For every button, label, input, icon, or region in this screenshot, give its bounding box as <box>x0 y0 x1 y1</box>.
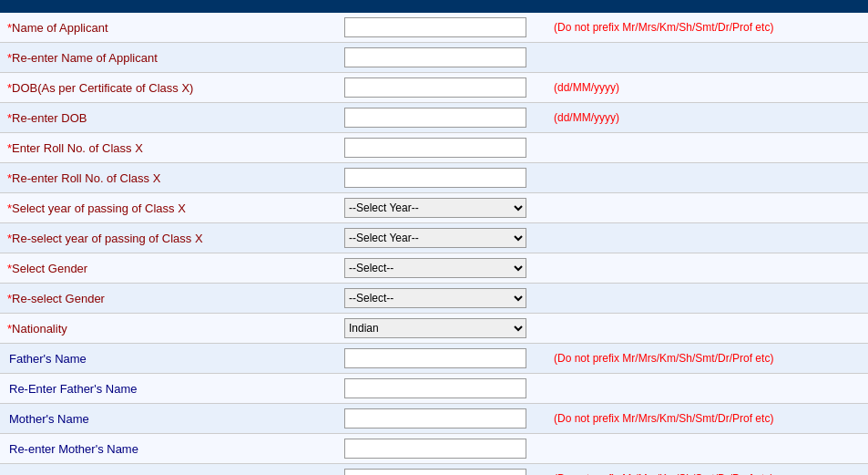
row-fathers-name: Father's Name(Do not prefix Mr/Mrs/Km/Sh… <box>0 344 868 374</box>
row-mothers-name: Mother's Name(Do not prefix Mr/Mrs/Km/Sh… <box>0 404 868 434</box>
input-cell-select-gender: --Select--MaleFemaleTransgender <box>337 253 546 284</box>
label-fathers-name: Father's Name <box>0 344 337 374</box>
input-cell-dob <box>337 73 546 103</box>
input-fathers-name[interactable] <box>344 348 526 368</box>
input-cell-re-enter-roll-no-class-x <box>337 163 546 193</box>
label-spouse-name: Spouse Name <box>0 464 337 476</box>
row-select-year-passing-class-x: *Select year of passing of Class X--Sele… <box>0 193 868 223</box>
label-nationality: *Nationality <box>0 314 337 344</box>
select-select-gender[interactable]: --Select--MaleFemaleTransgender <box>344 258 526 278</box>
input-mothers-name[interactable] <box>344 408 526 429</box>
input-roll-no-class-x[interactable] <box>344 138 526 158</box>
label-text-re-enter-dob: Re-enter DOB <box>12 111 87 125</box>
hint-re-enter-fathers-name <box>546 374 868 404</box>
label-text-re-enter-roll-no-class-x: Re-enter Roll No. of Class X <box>12 171 160 185</box>
row-re-enter-fathers-name: Re-Enter Father's Name <box>0 374 868 404</box>
input-dob[interactable] <box>344 77 526 98</box>
label-select-gender: *Select Gender <box>0 253 337 284</box>
row-select-gender: *Select Gender--Select--MaleFemaleTransg… <box>0 253 868 284</box>
input-cell-re-enter-mothers-name <box>337 434 546 464</box>
label-re-enter-name-of-applicant: *Re-enter Name of Applicant <box>0 43 337 73</box>
label-text-re-select-year-passing-class-x: Re-select year of passing of Class X <box>12 232 203 245</box>
input-name-of-applicant[interactable] <box>344 17 526 37</box>
hint-select-gender <box>546 253 868 284</box>
hint-mothers-name: (Do not prefix Mr/Mrs/Km/Sh/Smt/Dr/Prof … <box>546 404 868 434</box>
label-re-enter-fathers-name: Re-Enter Father's Name <box>0 374 337 404</box>
input-re-enter-name-of-applicant[interactable] <box>344 47 526 67</box>
label-re-enter-mothers-name: Re-enter Mother's Name <box>0 434 337 464</box>
row-re-select-year-passing-class-x: *Re-select year of passing of Class X--S… <box>0 223 868 253</box>
label-text-nationality: Nationality <box>12 322 67 336</box>
label-text-re-enter-name-of-applicant: Re-enter Name of Applicant <box>12 51 158 65</box>
input-re-enter-mothers-name[interactable] <box>344 439 526 459</box>
label-dob: *DOB(As per Certificate of Class X) <box>0 73 337 103</box>
input-cell-re-enter-dob <box>337 103 546 133</box>
hint-select-year-passing-class-x <box>546 193 868 223</box>
row-spouse-name: Spouse Name(Do not prefix Mr/Mrs/Km/Sh/S… <box>0 464 868 476</box>
hint-re-enter-dob: (dd/MM/yyyy) <box>546 103 868 133</box>
row-re-enter-mothers-name: Re-enter Mother's Name <box>0 434 868 464</box>
label-select-year-passing-class-x: *Select year of passing of Class X <box>0 193 337 223</box>
label-text-select-gender: Select Gender <box>12 262 87 275</box>
label-name-of-applicant: *Name of Applicant <box>0 13 337 43</box>
input-cell-select-year-passing-class-x: --Select Year--20242023202220212020 <box>337 193 546 223</box>
hint-spouse-name: (Do not prefix Mr/Mrs/Km/Sh/Smt/Dr/Prof … <box>546 464 868 476</box>
input-cell-re-select-year-passing-class-x: --Select Year--20242023202220212020 <box>337 223 546 253</box>
label-text-name-of-applicant: Name of Applicant <box>12 21 108 35</box>
row-re-select-gender: *Re-select Gender--Select--MaleFemaleTra… <box>0 284 868 314</box>
hint-fathers-name: (Do not prefix Mr/Mrs/Km/Sh/Smt/Dr/Prof … <box>546 344 868 374</box>
hint-nationality <box>546 314 868 344</box>
input-cell-spouse-name <box>337 464 546 476</box>
label-mothers-name: Mother's Name <box>0 404 337 434</box>
hint-re-enter-mothers-name <box>546 434 868 464</box>
select-re-select-year-passing-class-x[interactable]: --Select Year--20242023202220212020 <box>344 228 526 248</box>
input-cell-re-enter-name-of-applicant <box>337 43 546 73</box>
hint-re-select-gender <box>546 284 868 314</box>
input-re-enter-roll-no-class-x[interactable] <box>344 168 526 188</box>
label-text-roll-no-class-x: Enter Roll No. of Class X <box>12 141 143 155</box>
input-re-enter-fathers-name[interactable] <box>344 378 526 398</box>
row-nationality: *NationalityIndianOthers <box>0 314 868 344</box>
registration-form-table: *Name of Applicant(Do not prefix Mr/Mrs/… <box>0 13 868 475</box>
hint-dob: (dd/MM/yyyy) <box>546 73 868 103</box>
row-roll-no-class-x: *Enter Roll No. of Class X <box>0 133 868 163</box>
select-select-year-passing-class-x[interactable]: --Select Year--20242023202220212020 <box>344 198 526 218</box>
row-name-of-applicant: *Name of Applicant(Do not prefix Mr/Mrs/… <box>0 13 868 43</box>
input-cell-fathers-name <box>337 344 546 374</box>
hint-re-select-year-passing-class-x <box>546 223 868 253</box>
input-cell-re-enter-fathers-name <box>337 374 546 404</box>
input-cell-name-of-applicant <box>337 13 546 43</box>
label-text-select-year-passing-class-x: Select year of passing of Class X <box>12 201 186 215</box>
hint-re-enter-roll-no-class-x <box>546 163 868 193</box>
hint-re-enter-name-of-applicant <box>546 43 868 73</box>
label-text-re-select-gender: Re-select Gender <box>12 292 105 305</box>
label-re-select-gender: *Re-select Gender <box>0 284 337 314</box>
section-header <box>0 0 868 13</box>
row-re-enter-name-of-applicant: *Re-enter Name of Applicant <box>0 43 868 73</box>
label-re-select-year-passing-class-x: *Re-select year of passing of Class X <box>0 223 337 253</box>
label-text-dob: DOB(As per Certificate of Class X) <box>12 81 193 95</box>
label-roll-no-class-x: *Enter Roll No. of Class X <box>0 133 337 163</box>
input-cell-re-select-gender: --Select--MaleFemaleTransgender <box>337 284 546 314</box>
label-re-enter-dob: *Re-enter DOB <box>0 103 337 133</box>
row-re-enter-dob: *Re-enter DOB(dd/MM/yyyy) <box>0 103 868 133</box>
hint-name-of-applicant: (Do not prefix Mr/Mrs/Km/Sh/Smt/Dr/Prof … <box>546 13 868 43</box>
input-spouse-name[interactable] <box>344 469 526 475</box>
hint-roll-no-class-x <box>546 133 868 163</box>
input-cell-nationality: IndianOthers <box>337 314 546 344</box>
select-re-select-gender[interactable]: --Select--MaleFemaleTransgender <box>344 288 526 308</box>
input-cell-mothers-name <box>337 404 546 434</box>
input-cell-roll-no-class-x <box>337 133 546 163</box>
label-re-enter-roll-no-class-x: *Re-enter Roll No. of Class X <box>0 163 337 193</box>
page-wrapper: *Name of Applicant(Do not prefix Mr/Mrs/… <box>0 0 868 475</box>
input-re-enter-dob[interactable] <box>344 108 526 128</box>
row-re-enter-roll-no-class-x: *Re-enter Roll No. of Class X <box>0 163 868 193</box>
select-nationality[interactable]: IndianOthers <box>344 318 526 338</box>
row-dob: *DOB(As per Certificate of Class X)(dd/M… <box>0 73 868 103</box>
